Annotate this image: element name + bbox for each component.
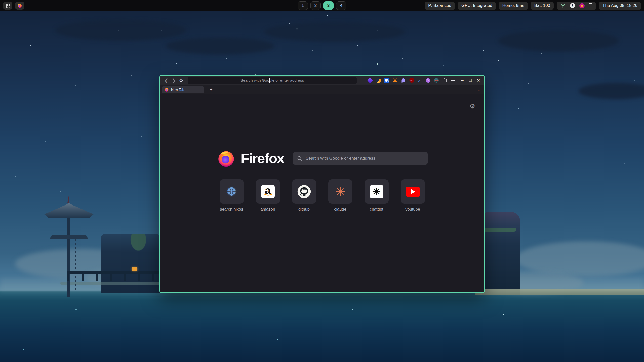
github-tile — [292, 179, 316, 204]
openai-knot-icon: ❋ — [372, 187, 381, 197]
shortcut-search-nixos[interactable]: ❆ search.nixos — [220, 179, 244, 212]
pier-posts — [67, 271, 163, 281]
bluetooth-icon: ᛒ — [570, 3, 575, 8]
claude-starburst-icon: ✳ — [335, 185, 345, 199]
system-tray[interactable]: ᛒ — [557, 2, 596, 10]
nordvpn-extension-icon[interactable] — [417, 77, 423, 83]
extensions-puzzle-button[interactable] — [442, 77, 448, 83]
amazon-tile: a — [256, 179, 280, 204]
workspace-1[interactable]: 1 — [298, 1, 308, 10]
maximize-button[interactable]: □ — [467, 77, 474, 84]
ublock-origin-extension-icon[interactable]: uO — [409, 77, 415, 83]
shortcut-amazon[interactable]: a amazon — [256, 179, 280, 212]
top-status-bar: 1 2 3 4 P: Balanced GPU: Integrated Home… — [0, 0, 644, 11]
shortcut-github[interactable]: github — [292, 179, 316, 212]
beach — [475, 289, 644, 295]
menu-button[interactable] — [450, 77, 456, 83]
workspace-switcher: 1 2 3 4 — [298, 0, 346, 11]
cloud — [166, 38, 274, 54]
workspace-2[interactable]: 2 — [310, 1, 321, 10]
bitwarden-extension-icon[interactable] — [384, 77, 390, 83]
workspace-3-active[interactable]: 3 — [323, 1, 334, 10]
browser-toolbar: ❮ ❯ ⟳ Search with Google or enter addres… — [160, 76, 484, 85]
url-bar-placeholder: Search with Google or enter address — [240, 78, 304, 83]
metamask-extension-icon[interactable] — [392, 77, 398, 83]
github-octocat-icon — [297, 185, 311, 199]
power-profile-pill[interactable]: P: Balanced — [425, 2, 455, 10]
youtube-tile — [401, 179, 425, 204]
workspace-4[interactable]: 4 — [336, 1, 346, 10]
firefox-tab-icon — [165, 87, 169, 92]
personalize-gear-icon[interactable]: ⚙ — [470, 103, 475, 110]
amazon-smile-arrow — [263, 193, 272, 196]
ping-pill[interactable]: Home: 9ms — [499, 2, 528, 10]
app-grid-icon — [6, 4, 10, 8]
back-button[interactable]: ❮ — [163, 77, 170, 84]
firefox-logo — [217, 149, 236, 168]
url-bar[interactable]: Search with Google or enter address — [188, 77, 357, 84]
battery-pill[interactable]: Bat: 100 — [531, 2, 554, 10]
media-app-icon — [579, 3, 585, 8]
shortcut-label: claude — [334, 207, 346, 212]
shortcut-label: youtube — [405, 207, 420, 212]
cloud — [498, 30, 619, 51]
nixos-tile: ❆ — [220, 179, 244, 204]
firefox-icon — [17, 3, 22, 8]
clock[interactable]: Thu Aug 08, 18:26 — [599, 2, 641, 10]
watchtower-pole — [67, 214, 70, 297]
shortcut-label: github — [298, 207, 310, 212]
new-tab-button[interactable]: + — [208, 87, 214, 93]
text-caret — [269, 78, 270, 83]
tab-bar: New Tab + ⌄ — [160, 85, 484, 94]
newtab-search-field[interactable]: Search with Google or enter address — [293, 152, 428, 165]
window-controls: – □ ✕ — [459, 77, 482, 84]
purple-hexagon-extension-icon[interactable]: ✳ — [425, 77, 431, 83]
firefox-window: ❮ ❯ ⟳ Search with Google or enter addres… — [159, 75, 485, 293]
amazon-icon: a — [261, 185, 275, 198]
newtab-search-placeholder: Search with Google or enter address — [306, 156, 375, 161]
cloud — [55, 20, 186, 41]
claude-tile: ✳ — [328, 179, 352, 204]
firefox-wordmark: Firefox — [241, 150, 284, 166]
status-area: P: Balanced GPU: Integrated Home: 9ms Ba… — [425, 2, 641, 10]
tab-new-tab[interactable]: New Tab — [162, 86, 204, 93]
orange-swirl-extension-icon[interactable] — [375, 77, 381, 83]
reload-button[interactable]: ⟳ — [178, 77, 185, 84]
shortcuts-row: ❆ search.nixos a amazon — [220, 179, 425, 212]
svg-text:uO: uO — [410, 79, 413, 82]
firefox-launcher-button[interactable] — [15, 2, 24, 10]
minimize-button[interactable]: – — [459, 77, 466, 84]
shortcut-label: search.nixos — [220, 207, 243, 212]
shortcut-chatgpt[interactable]: ❋ chatgpt — [365, 179, 389, 212]
watchtower-ladder — [75, 239, 76, 292]
close-button[interactable]: ✕ — [475, 77, 482, 84]
newtab-hero: Firefox Search with Google or enter addr… — [217, 149, 428, 168]
ghostery-extension-icon[interactable] — [400, 77, 406, 83]
desktop: 1 2 3 4 P: Balanced GPU: Integrated Home… — [0, 0, 644, 362]
wifi-icon — [560, 3, 566, 8]
nixos-snowflake-icon: ❆ — [227, 185, 236, 198]
cloud — [264, 22, 405, 42]
app-grid-button[interactable] — [3, 2, 12, 10]
shortcut-claude[interactable]: ✳ claude — [328, 179, 352, 212]
shortcut-label: amazon — [260, 207, 275, 212]
purple-diamond-extension-icon[interactable] — [367, 77, 373, 83]
right-cliff — [482, 212, 520, 295]
youtube-icon — [406, 187, 420, 197]
youtube-play-icon — [411, 189, 415, 194]
chatgpt-tile: ❋ — [365, 179, 389, 204]
chatgpt-icon: ❋ — [370, 185, 383, 198]
shortcut-youtube[interactable]: youtube — [401, 179, 425, 212]
gpu-pill[interactable]: GPU: Integrated — [458, 2, 496, 10]
search-icon — [297, 156, 302, 161]
hut-window-light — [132, 267, 137, 271]
watchtower-platform — [49, 235, 89, 239]
phone-device-icon — [589, 3, 592, 8]
shortcut-label: chatgpt — [370, 207, 383, 212]
list-tabs-chevron-icon[interactable]: ⌄ — [477, 87, 480, 92]
agent-face-extension-icon[interactable] — [433, 77, 439, 83]
forward-button[interactable]: ❯ — [170, 77, 178, 84]
extension-toolbar: uO ✳ — [367, 77, 456, 83]
tab-title: New Tab — [171, 88, 184, 92]
cliff-grass — [484, 228, 516, 232]
